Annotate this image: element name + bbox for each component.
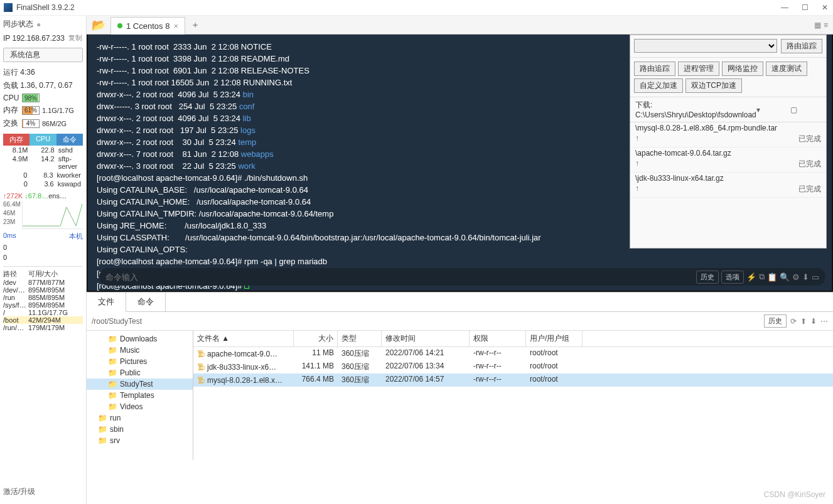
disk-row: /run/…179M/179M: [3, 324, 83, 331]
file-path[interactable]: /root/StudyTest: [92, 317, 764, 326]
traceroute-button[interactable]: 路由追踪: [781, 39, 822, 53]
options-button[interactable]: 选项: [721, 271, 744, 284]
dl-collapse-icon[interactable]: ▾: [756, 105, 787, 114]
window-controls: — ☐ ✕: [780, 3, 829, 12]
net-stats: ↑272K ↓67.8…ens…: [3, 192, 83, 200]
proc-row: 4.9M14.2sftp-server: [3, 154, 83, 171]
activate-upgrade-button[interactable]: 激活/升级: [3, 483, 83, 501]
grid-view-icon[interactable]: ▦: [814, 21, 821, 29]
search-icon[interactable]: 🔍: [780, 272, 790, 282]
directory-tree[interactable]: 📁Downloads📁Music📁Pictures📁Public📁StudyTe…: [87, 331, 193, 460]
file-row[interactable]: 🗜apache-tomcat-9.0…11 MB360压缩2022/07/06 …: [193, 347, 833, 360]
tree-node[interactable]: 📁Videos: [87, 401, 193, 412]
proc-header: 内存CPU命令: [3, 134, 83, 146]
file-path-row: /root/StudyTest 历史 ⟳ ⬆ ⬇ ⋯: [87, 312, 833, 331]
gear-icon[interactable]: ⚙: [792, 272, 800, 282]
tree-node[interactable]: 📁srv: [87, 435, 193, 446]
copy-icon[interactable]: ⧉: [759, 272, 765, 282]
trace-target-select[interactable]: [634, 39, 777, 53]
tab-command[interactable]: 命令: [126, 292, 166, 311]
history-button[interactable]: 历史: [696, 271, 719, 284]
disk-row: /boot42M/294M: [3, 316, 83, 324]
download-item: \mysql-8.0.28-1.el8.x86_64.rpm-bundle.ta…: [630, 122, 826, 147]
tree-node[interactable]: 📁run: [87, 412, 193, 424]
titlebar: FinalShell 3.9.2.2 — ☐ ✕: [0, 0, 833, 16]
file-section: 文件 命令 /root/StudyTest 历史 ⟳ ⬆ ⬇ ⋯ 📁Downlo…: [87, 292, 833, 460]
paste-icon[interactable]: 📋: [767, 272, 777, 282]
bolt-icon[interactable]: ⚡: [746, 272, 756, 282]
command-input-bar: 历史 选项 ⚡ ⧉ 📋 🔍 ⚙ ⬇ ▭: [99, 268, 825, 286]
tree-node[interactable]: 📁Downloads: [87, 333, 193, 345]
proc-row: 8.1M22.8sshd: [3, 146, 83, 154]
refresh-icon[interactable]: ⟳: [790, 317, 797, 326]
fullscreen-icon[interactable]: ▭: [812, 272, 819, 282]
session-tab[interactable]: 1 Ccentos 8 ×: [110, 17, 185, 35]
main: 同步状态● IP 192.168.67.233复制 系统信息 运行 4:36 负…: [0, 16, 833, 504]
download-file-icon[interactable]: ⬇: [810, 317, 817, 326]
disk-row: /sys/f…895M/895M: [3, 301, 83, 309]
close-tab-icon[interactable]: ×: [173, 21, 178, 31]
ms-row: 0ms本机: [3, 232, 83, 241]
close-button[interactable]: ✕: [820, 3, 829, 12]
file-list-header[interactable]: 文件名 ▲ 大小 类型 修改时间 权限 用户/用户组: [193, 331, 833, 347]
tree-node[interactable]: 📁StudyTest: [87, 378, 193, 390]
right-pane: 📂 1 Ccentos 8 × ＋ ▦ ≡ -rw-r-----. 1 root…: [87, 16, 833, 504]
load: 负载 1.36, 0.77, 0.67: [3, 80, 83, 91]
new-tab-button[interactable]: ＋: [188, 19, 203, 31]
tool-tab[interactable]: 双边TCP加速: [685, 78, 742, 93]
tree-node[interactable]: 📁Music: [87, 345, 193, 356]
file-list: 文件名 ▲ 大小 类型 修改时间 权限 用户/用户组 🗜apache-tomca…: [193, 331, 833, 460]
file-tabs: 文件 命令: [87, 292, 833, 312]
swap-row: 交换4%86M/2G: [3, 118, 83, 129]
tools-panel: 路由追踪 路由追踪进程管理网络监控速度测试自定义加速双边TCP加速 下载: C:…: [630, 35, 827, 249]
watermark: CSDN @KiriSoyer: [764, 490, 825, 499]
command-input[interactable]: [105, 272, 696, 282]
tool-tab[interactable]: 进程管理: [678, 62, 719, 76]
disk-row: /dev/…895M/895M: [3, 286, 83, 294]
tool-tab[interactable]: 路由追踪: [634, 62, 675, 76]
disk-row: /11.1G/17.7G: [3, 309, 83, 316]
list-view-icon[interactable]: ≡: [824, 21, 828, 29]
cpu-row: CPU98%: [3, 94, 83, 102]
dl-folder-icon[interactable]: ▢: [790, 105, 821, 114]
status-dot-icon: [117, 23, 122, 28]
disk-row: /run885M/895M: [3, 294, 83, 301]
minimize-button[interactable]: —: [780, 3, 789, 12]
disk-header: 路径可用/大小: [3, 266, 83, 279]
tool-tab[interactable]: 网络监控: [722, 62, 763, 76]
proc-row: 03.6kswapd: [3, 180, 83, 188]
upload-icon[interactable]: ⬆: [800, 317, 807, 326]
mem-row: 内存61%1.1G/1.7G: [3, 105, 83, 115]
ip-line: IP 192.168.67.233复制: [3, 33, 83, 43]
proc-row: 08.3kworker: [3, 171, 83, 180]
sync-status: 同步状态●: [3, 19, 83, 29]
tree-node[interactable]: 📁Templates: [87, 390, 193, 401]
copy-ip-button[interactable]: 复制: [68, 33, 82, 43]
open-folder-icon[interactable]: 📂: [89, 17, 108, 33]
file-row[interactable]: 🗜jdk-8u333-linux-x6…141.1 MB360压缩2022/07…: [193, 360, 833, 373]
download-item: \apache-tomcat-9.0.64.tar.gz↑已完成: [630, 147, 826, 173]
system-info-button[interactable]: 系统信息: [3, 48, 83, 62]
tool-tab[interactable]: 自定义加速: [634, 78, 683, 93]
file-history-button[interactable]: 历史: [764, 314, 787, 328]
download-icon[interactable]: ⬇: [802, 272, 809, 282]
app-logo-icon: [4, 3, 13, 12]
tabbar: 📂 1 Ccentos 8 × ＋ ▦ ≡: [87, 16, 833, 35]
more-icon[interactable]: ⋯: [820, 317, 828, 326]
disk-row: /dev877M/877M: [3, 279, 83, 286]
sidebar: 同步状态● IP 192.168.67.233复制 系统信息 运行 4:36 负…: [0, 16, 87, 504]
tree-node[interactable]: 📁Pictures: [87, 356, 193, 367]
tree-node[interactable]: 📁sbin: [87, 424, 193, 435]
net-graph: 66.4M 46M 23M: [3, 201, 83, 229]
tree-node[interactable]: 📁Public: [87, 367, 193, 378]
tab-file[interactable]: 文件: [87, 292, 126, 312]
file-row[interactable]: 🗜mysql-8.0.28-1.el8.x…766.4 MB360压缩2022/…: [193, 373, 833, 387]
maximize-button[interactable]: ☐: [800, 3, 809, 12]
download-path-label: 下载: C:\Users\Shryu\Desktop\fsdownload: [635, 100, 756, 119]
tool-tab[interactable]: 速度测试: [766, 62, 807, 76]
uptime: 运行 4:36: [3, 67, 83, 78]
app-title: FinalShell 3.9.2.2: [16, 3, 780, 12]
download-item: \jdk-8u333-linux-x64.tar.gz↑已完成: [630, 173, 826, 198]
